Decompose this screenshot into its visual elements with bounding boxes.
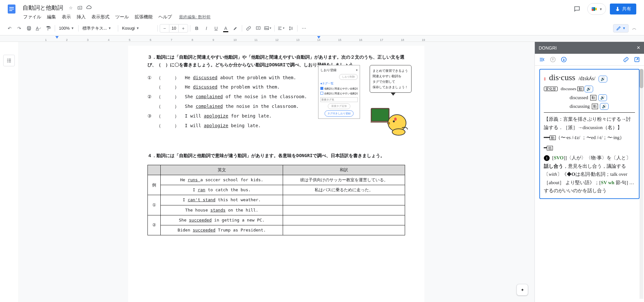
q3-number bbox=[147, 122, 154, 130]
font-select[interactable]: Kosugi▼ bbox=[120, 24, 156, 33]
font-size-increase[interactable]: + bbox=[179, 24, 188, 33]
q3-number: ② bbox=[147, 93, 154, 101]
svg-rect-5 bbox=[592, 7, 594, 9]
italic-button[interactable]: I bbox=[202, 24, 211, 33]
outline-toggle-button[interactable] bbox=[3, 55, 15, 66]
editing-mode-button[interactable]: ▼ bbox=[613, 24, 629, 33]
star-icon[interactable]: ☆ bbox=[68, 5, 74, 11]
bookmark-figure: しおり登録× しおり削除 ◆タグ一覧 他動詞と間違えやすい自動詞 自動詞と間違え… bbox=[318, 65, 412, 119]
style-select[interactable]: 標準テキス...▼ bbox=[80, 24, 116, 33]
audio-button[interactable]: 🔊 bbox=[598, 94, 607, 101]
audio-button[interactable]: 🔊 bbox=[599, 76, 607, 82]
document-canvas[interactable]: ３．動詞には「自動詞と間違えやすい他動詞」や「他動詞と間違えやすい自動詞」があり… bbox=[18, 42, 535, 302]
audio-button[interactable]: 🔊 bbox=[600, 103, 609, 110]
ruler-tick: 10 bbox=[233, 38, 254, 42]
print-button[interactable] bbox=[24, 24, 33, 33]
q3-paren: （ ） bbox=[156, 122, 182, 130]
table-row-header: 例 bbox=[148, 175, 161, 195]
tag-checkbox-2[interactable] bbox=[320, 92, 323, 95]
highlight-button[interactable] bbox=[231, 24, 240, 33]
q3-number: ① bbox=[147, 74, 154, 82]
pronunciation: /dɪskʌ́s/ bbox=[579, 75, 595, 81]
zoom-select[interactable]: 100%▼ bbox=[57, 24, 76, 33]
menu-format[interactable]: 表示形式 bbox=[89, 13, 112, 21]
bookmark-dialog: しおり登録× しおり削除 ◆タグ一覧 他動詞と間違えやすい自動詞 自動詞と間違え… bbox=[318, 65, 360, 119]
menu-view[interactable]: 表示 bbox=[59, 13, 73, 21]
last-edit-link[interactable]: 最終編集: 数秒前 bbox=[179, 14, 211, 20]
table-cell-en: The house stands on the hill. bbox=[161, 205, 283, 215]
redo-button[interactable]: ↷ bbox=[15, 24, 24, 33]
toolbar: ↶ ↷ A✓ 100%▼ 標準テキス...▼ Kosugi▼ − 10 + B … bbox=[0, 21, 644, 35]
text-color-button[interactable]: A bbox=[221, 24, 230, 33]
conjugation-line: ━━動━━動（〜·es /-ɪz/ ；〜ed /-t/；〜·ing）（〜·es … bbox=[544, 134, 635, 142]
table-cell-jp bbox=[283, 195, 405, 205]
paint-format-button[interactable] bbox=[44, 24, 53, 33]
ruler[interactable]: 12345678910111213141516171819 bbox=[0, 35, 644, 42]
menu-help[interactable]: ヘルプ bbox=[156, 13, 175, 21]
menu-extensions[interactable]: 拡張機能 bbox=[132, 13, 155, 21]
undo-button[interactable]: ↶ bbox=[5, 24, 14, 33]
align-button[interactable]: ▼ bbox=[277, 24, 286, 33]
share-button[interactable]: 共有 bbox=[610, 4, 636, 14]
line-spacing-button[interactable] bbox=[286, 24, 295, 33]
tag-checkbox-1[interactable] bbox=[320, 87, 323, 90]
insert-link-button[interactable] bbox=[244, 24, 253, 33]
underline-button[interactable]: U bbox=[212, 24, 221, 33]
svg-rect-6 bbox=[592, 9, 594, 11]
bookmark-close-icon[interactable]: × bbox=[356, 67, 358, 73]
table-cell-jp bbox=[283, 215, 405, 225]
menu-file[interactable]: ファイル bbox=[21, 13, 44, 21]
dongri-down-icon[interactable] bbox=[560, 56, 568, 63]
register-bookmark-button[interactable]: タグ付きしおり登録 bbox=[325, 110, 354, 117]
dongri-close-button[interactable]: × bbox=[637, 44, 640, 51]
bold-button[interactable]: B bbox=[192, 24, 201, 33]
comments-icon[interactable] bbox=[571, 3, 583, 15]
menu-tools[interactable]: ツール bbox=[113, 13, 131, 21]
table-row-header: ① bbox=[148, 195, 161, 215]
svg-rect-14 bbox=[371, 121, 390, 123]
cloud-status-icon[interactable] bbox=[86, 5, 92, 11]
dongri-popout-icon[interactable] bbox=[633, 56, 641, 63]
add-tag-button[interactable]: 新規タグ追加 bbox=[328, 103, 350, 109]
move-icon[interactable] bbox=[77, 5, 83, 11]
ruler-tick: 3 bbox=[87, 38, 108, 42]
menu-insert[interactable]: 挿入 bbox=[74, 13, 88, 21]
insert-image-button[interactable]: ▼ bbox=[263, 24, 272, 33]
more-button[interactable]: ⋯ bbox=[299, 24, 308, 33]
bookmark-delete-button[interactable]: しおり削除 bbox=[339, 74, 358, 80]
ruler-tick: 19 bbox=[422, 38, 443, 42]
scrollbar-thumb[interactable] bbox=[639, 69, 643, 88]
inflection-row: discussing 動 🔊 bbox=[570, 103, 635, 110]
insert-comment-button[interactable] bbox=[254, 24, 263, 33]
tag-label: 自動詞と間違えやすい他動詞 bbox=[324, 91, 358, 96]
dongri-link-icon[interactable] bbox=[622, 56, 630, 63]
spellcheck-button[interactable]: A✓ bbox=[34, 24, 43, 33]
svg-point-18 bbox=[394, 118, 397, 121]
dictionary-entry: ‡ dis·cuss /dɪskʌ́s/ 🔊 変化形 discusses 動 🔊… bbox=[539, 69, 639, 199]
font-size-decrease[interactable]: − bbox=[160, 24, 169, 33]
svg-rect-13 bbox=[371, 109, 389, 121]
dongri-scrollbar[interactable] bbox=[639, 69, 643, 299]
dongri-menu-icon[interactable] bbox=[538, 56, 546, 63]
table-header bbox=[148, 165, 161, 175]
audio-button[interactable]: 🔊 bbox=[584, 86, 593, 92]
docs-logo[interactable] bbox=[5, 3, 18, 15]
q3-sentence: She complained of the noise in the class… bbox=[185, 93, 307, 101]
ruler-tick: 17 bbox=[380, 38, 401, 42]
ruler-tick: 8 bbox=[192, 38, 213, 42]
tag-label: 他動詞と間違えやすい自動詞 bbox=[324, 87, 358, 91]
new-tag-input[interactable] bbox=[320, 97, 358, 102]
explore-fab[interactable]: ✦ bbox=[516, 284, 528, 296]
menu-bar: ファイル 編集 表示 挿入 表示形式 ツール 拡張機能 ヘルプ 最終編集: 数秒… bbox=[21, 13, 568, 21]
speech-bubble: まとめて復習できるよう 間違えやすい動詞を タグで分類して 保存しておきましょう… bbox=[370, 65, 412, 93]
font-size-value[interactable]: 10 bbox=[169, 24, 179, 32]
page: ３．動詞には「自動詞と間違えやすい他動詞」や「他動詞と間違えやすい自動詞」があり… bbox=[128, 46, 424, 302]
doc-title[interactable]: 自動詞と他動詞 bbox=[21, 3, 65, 12]
collapse-toolbar-button[interactable]: ︿ bbox=[630, 24, 639, 33]
svg-rect-3 bbox=[9, 10, 12, 11]
meet-button[interactable]: ▼ bbox=[587, 3, 606, 15]
menu-edit[interactable]: 編集 bbox=[44, 13, 59, 21]
bookmark-title: しおり登録 bbox=[320, 67, 336, 73]
ruler-tick: 11 bbox=[254, 38, 275, 42]
dongri-up-icon[interactable] bbox=[549, 56, 557, 63]
